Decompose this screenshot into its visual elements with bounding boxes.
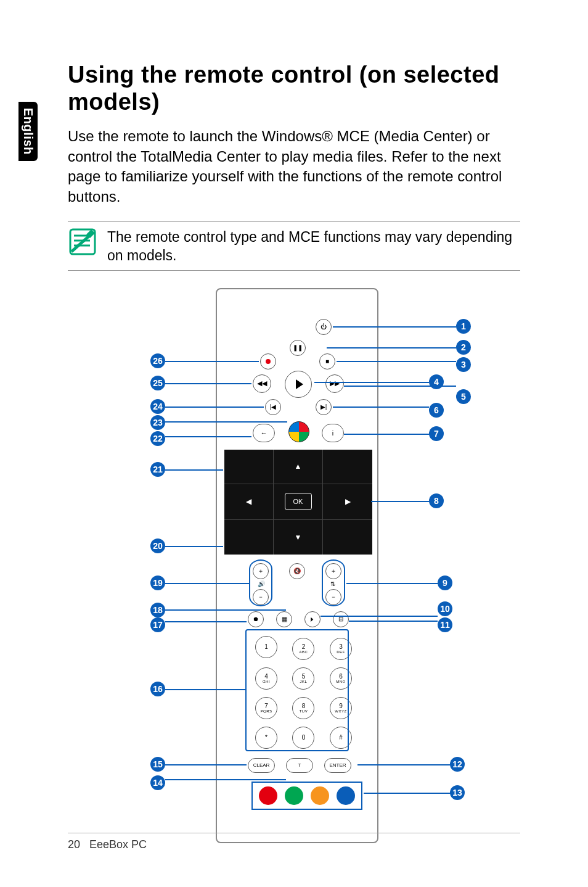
callout-25: 25 [150,376,165,390]
note-icon [68,227,97,257]
clear-button[interactable]: CLEAR [248,758,275,773]
callout-14: 14 [150,775,165,790]
callout-7: 7 [429,426,444,441]
volume-group-ring [249,559,272,606]
page-heading: Using the remote control (on selected mo… [68,62,520,115]
green-button[interactable] [285,786,303,805]
channel-group-ring [322,559,345,606]
callout-16: 16 [150,682,165,696]
play-button[interactable] [285,371,312,398]
callout-24: 24 [150,399,165,414]
nav-right[interactable]: ▶ [323,484,372,520]
ok-button[interactable]: OK [274,484,323,520]
callout-15: 15 [150,757,165,772]
callout-26: 26 [150,353,165,368]
callout-1: 1 [456,319,471,334]
bottom-row: CLEAR T ENTER [248,758,351,773]
page-number: 20 [68,838,86,851]
remote-body: ⏻ ❚❚ ■ ◀◀ ▶▶ |◀ ▶| ← i [216,288,378,843]
mute-button[interactable]: 🔇 [289,563,305,579]
callout-5: 5 [456,389,471,404]
guide-button[interactable]: ▦ [276,611,292,627]
callout-19: 19 [150,576,165,590]
page-footer: 20 EeeBox PC [68,833,520,851]
callout-9: 9 [438,576,452,590]
callout-21: 21 [150,462,165,477]
fast-forward-button[interactable]: ▶▶ [325,374,344,393]
callout-12: 12 [450,757,465,772]
rewind-button[interactable]: ◀◀ [253,374,271,393]
callout-17: 17 [150,617,165,632]
back-button[interactable]: ← [253,424,275,442]
enter-button[interactable]: ENTER [324,758,351,773]
blue-button[interactable] [337,786,355,805]
stop-button[interactable]: ■ [319,353,335,369]
live-tv-button[interactable]: ⏵ [304,611,321,627]
callout-22: 22 [150,431,165,446]
record-button[interactable] [260,353,276,369]
next-button[interactable]: ▶| [316,399,332,415]
callout-6: 6 [429,403,444,418]
navigation-pad: ▲ ◀ OK ▶ ▼ [224,450,372,555]
callout-8: 8 [429,493,444,508]
note-text: The remote control type and MCE function… [107,227,520,265]
callout-2: 2 [456,340,471,355]
callout-4: 4 [429,374,444,389]
orange-button[interactable] [311,786,329,805]
intro-paragraph: Use the remote to launch the Windows® MC… [68,126,520,207]
nav-left[interactable]: ◀ [224,484,274,520]
page: English Using the remote control (on sel… [0,0,588,887]
note-block: The remote control type and MCE function… [68,221,520,271]
callout-20: 20 [150,538,165,553]
previous-button[interactable]: |◀ [265,399,281,415]
info-button[interactable]: i [322,424,344,442]
callout-13: 13 [450,785,465,800]
recorded-tv-button[interactable]: ⏺ [248,611,264,627]
red-button[interactable] [259,786,277,805]
footer-title: EeeBox PC [89,838,147,851]
pause-button[interactable]: ❚❚ [290,340,306,356]
callout-18: 18 [150,603,165,617]
callout-23: 23 [150,415,165,430]
color-buttons-group [251,782,362,810]
nav-down[interactable]: ▼ [274,520,323,555]
nav-up[interactable]: ▲ [274,450,323,484]
numpad-ring [245,629,349,751]
teletext-button[interactable]: T [286,758,313,773]
remote-diagram: ⏻ ❚❚ ■ ◀◀ ▶▶ |◀ ▶| ← i [68,288,520,856]
language-tab: English [18,102,38,161]
dvd-menu-button[interactable]: ⊟ [333,611,349,627]
windows-mce-button[interactable] [288,421,309,442]
callout-10: 10 [438,601,452,616]
callout-3: 3 [456,357,471,372]
power-button[interactable]: ⏻ [316,319,332,335]
callout-11: 11 [438,617,452,632]
